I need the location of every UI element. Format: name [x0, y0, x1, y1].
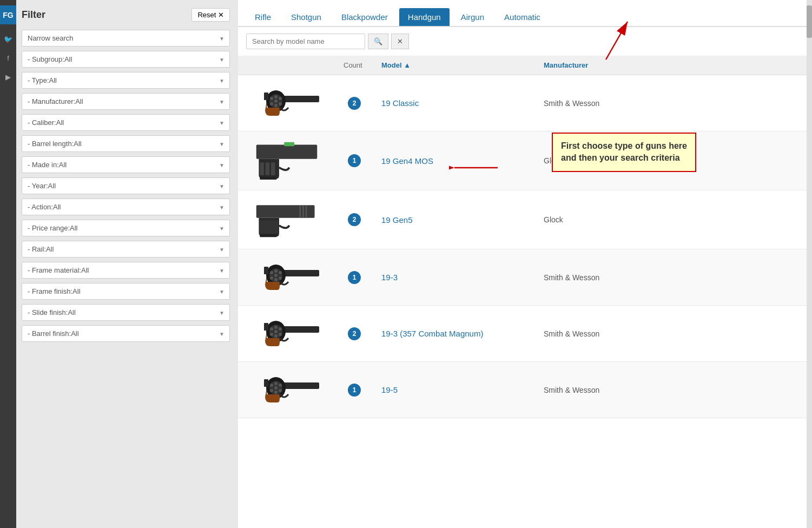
filter-dropdown-10[interactable]: - Rail:All	[22, 241, 230, 258]
scrollbar[interactable]	[807, 0, 812, 528]
svg-point-37	[274, 326, 278, 329]
filter-dropdown-0[interactable]: Narrow search	[22, 30, 230, 47]
youtube-icon[interactable]: ▶	[5, 73, 11, 81]
svg-point-52	[279, 384, 282, 387]
gun-image-cell	[238, 249, 335, 306]
model-col-header[interactable]: Model ▲	[373, 56, 536, 75]
filter-select-13[interactable]: - Slide finish:All	[22, 304, 230, 321]
search-button[interactable]: 🔍	[368, 34, 388, 49]
filter-dropdown-12[interactable]: - Frame finish:All	[22, 283, 230, 300]
model-cell[interactable]: 19 Gen4 MOS	[373, 131, 536, 190]
filter-select-12[interactable]: - Frame finish:All	[22, 283, 230, 300]
svg-point-3	[274, 95, 278, 98]
svg-point-30	[279, 271, 282, 274]
manufacturer-cell: Smith & Wesson	[536, 362, 812, 418]
svg-rect-15	[271, 162, 275, 175]
filter-select-8[interactable]: - Action:All	[22, 199, 230, 215]
clear-button[interactable]: ✕	[391, 34, 409, 49]
table-row: 119 Gen4 MOSGlock	[238, 131, 812, 190]
filter-select-6[interactable]: - Made in:All	[22, 156, 230, 173]
count-badge: 2	[348, 97, 361, 110]
svg-point-28	[274, 278, 278, 281]
svg-rect-55	[264, 379, 268, 387]
svg-point-48	[274, 382, 278, 385]
filter-select-4[interactable]: - Caliber:All	[22, 114, 230, 131]
model-cell[interactable]: 19 Classic	[373, 75, 536, 131]
model-link[interactable]: 19-5	[381, 385, 398, 394]
tab-automatic[interactable]: Automatic	[496, 8, 549, 26]
count-col-header: Count	[335, 56, 373, 75]
svg-rect-22	[260, 235, 276, 237]
svg-point-50	[274, 391, 278, 394]
svg-point-31	[270, 276, 273, 280]
filter-dropdowns: Narrow search- Subgroup:All- Type:All- M…	[22, 30, 230, 342]
tab-blackpowder[interactable]: Blackpowder	[333, 8, 397, 26]
svg-point-5	[274, 104, 278, 107]
filter-dropdown-8[interactable]: - Action:All	[22, 199, 230, 215]
model-cell[interactable]: 19 Gen5	[373, 190, 536, 249]
manufacturer-name: Smith & Wesson	[544, 99, 599, 108]
manufacturer-col-header: Manufacturer	[536, 56, 812, 75]
svg-point-38	[274, 330, 278, 333]
image-col-header	[238, 56, 335, 75]
filter-select-11[interactable]: - Frame material:All	[22, 262, 230, 279]
svg-point-7	[279, 97, 282, 100]
filter-dropdown-3[interactable]: - Manufacturer:All	[22, 93, 230, 110]
tab-rifle[interactable]: Rifle	[246, 8, 280, 26]
filter-dropdown-13[interactable]: - Slide finish:All	[22, 304, 230, 321]
filter-dropdown-11[interactable]: - Frame material:All	[22, 262, 230, 279]
filter-select-1[interactable]: - Subgroup:All	[22, 51, 230, 68]
filter-dropdown-2[interactable]: - Type:All	[22, 72, 230, 89]
filter-dropdown-7[interactable]: - Year:All	[22, 177, 230, 194]
search-input[interactable]	[246, 34, 365, 49]
table-row: 219-3 (357 Combat Magnum)Smith & Wesson	[238, 306, 812, 362]
model-link[interactable]: 19-3 (357 Combat Magnum)	[381, 329, 483, 338]
gun-table: Count Model ▲ Manufacturer 219 Classi	[238, 56, 812, 418]
count-badge: 1	[348, 154, 361, 167]
model-link[interactable]: 19 Gen5	[381, 215, 413, 225]
filter-sidebar: Filter Reset ✕ Narrow search- Subgroup:A…	[16, 0, 238, 528]
filter-select-7[interactable]: - Year:All	[22, 177, 230, 194]
svg-point-9	[279, 102, 282, 105]
table-row: 219 ClassicSmith & Wesson	[238, 75, 812, 131]
main-content: RifleShotgunBlackpowderHandgunAirgunAuto…	[238, 0, 812, 528]
filter-dropdown-5[interactable]: - Barrel length:All	[22, 135, 230, 152]
tab-shotgun[interactable]: Shotgun	[282, 8, 330, 26]
table-row: 119-3Smith & Wesson	[238, 249, 812, 306]
model-link[interactable]: 19-3	[381, 273, 398, 282]
gun-image-cell	[238, 131, 335, 190]
tab-airgun[interactable]: Airgun	[452, 8, 493, 26]
filter-dropdown-9[interactable]: - Price range:All	[22, 220, 230, 236]
filter-dropdown-4[interactable]: - Caliber:All	[22, 114, 230, 131]
scrollbar-thumb[interactable]	[807, 5, 812, 38]
svg-rect-33	[264, 267, 268, 274]
twitter-icon[interactable]: 🐦	[4, 35, 12, 43]
svg-rect-44	[264, 323, 268, 331]
model-link[interactable]: 19 Classic	[381, 98, 419, 108]
model-cell[interactable]: 19-3	[373, 249, 536, 306]
filter-dropdown-1[interactable]: - Subgroup:All	[22, 51, 230, 68]
facebook-icon[interactable]: f	[7, 54, 9, 62]
svg-point-51	[270, 384, 273, 387]
filter-select-10[interactable]: - Rail:All	[22, 241, 230, 258]
model-cell[interactable]: 19-3 (357 Combat Magnum)	[373, 306, 536, 362]
svg-point-39	[274, 334, 278, 338]
svg-point-42	[270, 333, 273, 336]
filter-select-5[interactable]: - Barrel length:All	[22, 135, 230, 152]
model-link[interactable]: 19 Gen4 MOS	[381, 156, 433, 166]
filter-select-2[interactable]: - Type:All	[22, 72, 230, 89]
reset-button[interactable]: Reset ✕	[192, 8, 230, 22]
model-cell[interactable]: 19-5	[373, 362, 536, 418]
table-row: 119-5Smith & Wesson	[238, 362, 812, 418]
filter-select-3[interactable]: - Manufacturer:All	[22, 93, 230, 110]
filter-select-0[interactable]: Narrow search	[22, 30, 230, 47]
filter-select-14[interactable]: - Barrel finish:All	[22, 325, 230, 342]
filter-dropdown-14[interactable]: - Barrel finish:All	[22, 325, 230, 342]
filter-dropdown-6[interactable]: - Made in:All	[22, 156, 230, 173]
svg-rect-13	[260, 162, 264, 175]
filter-select-9[interactable]: - Price range:All	[22, 220, 230, 236]
manufacturer-cell: Smith & Wesson	[536, 306, 812, 362]
tab-handgun[interactable]: Handgun	[399, 8, 450, 26]
count-badge: 2	[348, 327, 361, 340]
svg-point-4	[274, 100, 278, 103]
